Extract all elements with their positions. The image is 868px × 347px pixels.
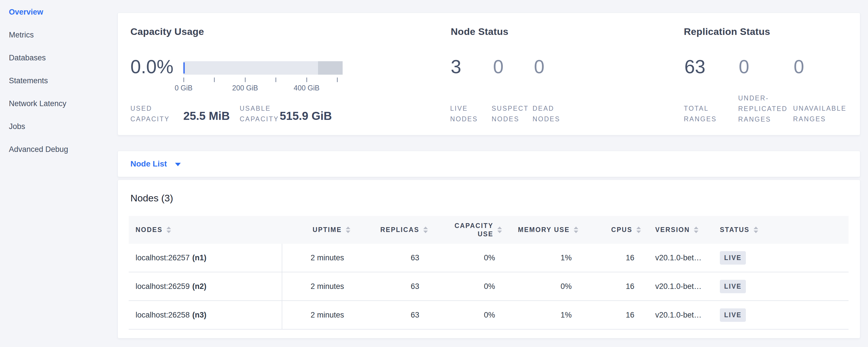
- status-badge: LIVE: [720, 280, 746, 293]
- column-header-capacity-use[interactable]: CAPACITY USE: [428, 216, 502, 244]
- column-header-label: STATUS: [720, 226, 750, 234]
- sidebar-item-metrics[interactable]: Metrics: [0, 24, 118, 46]
- node-list-dropdown[interactable]: Node List: [130, 159, 181, 168]
- sort-icon[interactable]: [574, 227, 578, 233]
- sort-icon[interactable]: [753, 227, 758, 233]
- sidebar-item-overview[interactable]: Overview: [0, 1, 118, 24]
- column-header-label: MEMORY USE: [518, 226, 570, 234]
- cpus-cell: 16: [578, 301, 641, 329]
- node-address-link[interactable]: localhost:26258: [135, 311, 190, 319]
- label-line: UNAVAILABLE: [793, 103, 846, 114]
- total-ranges-label: TOTAL RANGES: [684, 103, 717, 124]
- label-line: USABLE: [240, 103, 279, 114]
- column-header-label: NODES: [135, 226, 162, 234]
- label-line: LIVE: [450, 103, 478, 114]
- column-header-label: CPUS: [611, 226, 632, 234]
- capacity-usage-title: Capacity Usage: [130, 26, 204, 37]
- dead-nodes-label: DEAD NODES: [532, 103, 560, 124]
- label-line: UNDER-: [738, 93, 787, 103]
- main-content: Capacity Usage 0.0% 0 GiB 200 GiB 400 Gi…: [118, 0, 860, 339]
- sort-icon[interactable]: [166, 227, 171, 233]
- label-line: CAPACITY: [240, 114, 279, 124]
- column-header-status[interactable]: STATUS: [713, 216, 848, 244]
- status-cell: LIVE: [713, 244, 848, 272]
- column-header-nodes[interactable]: NODES: [129, 216, 282, 244]
- column-header-replicas[interactable]: REPLICAS: [350, 216, 428, 244]
- label-line: NODES: [492, 114, 529, 124]
- sort-icon[interactable]: [497, 227, 502, 233]
- capacity-usage-bar: [183, 61, 343, 75]
- live-nodes-count: 3: [451, 56, 461, 77]
- column-header-label: VERSION: [655, 226, 690, 234]
- column-header-label: UPTIME: [313, 226, 342, 234]
- node-address-link[interactable]: localhost:26259: [135, 282, 190, 291]
- label-line: DEAD: [532, 103, 560, 114]
- node-list-dropdown-label: Node List: [130, 159, 167, 168]
- label-line: NODES: [450, 114, 478, 124]
- status-badge: LIVE: [720, 251, 746, 264]
- memory-use-cell: 0%: [502, 272, 578, 301]
- chevron-down-icon: [175, 163, 181, 166]
- table-row[interactable]: localhost:26257 (n1) 2 minutes 63 0% 1% …: [129, 244, 848, 272]
- unavailable-ranges-count: 0: [794, 56, 804, 77]
- column-header-memory-use[interactable]: MEMORY USE: [502, 216, 578, 244]
- sidebar-item-statements[interactable]: Statements: [0, 69, 118, 92]
- sidebar-item-label: Metrics: [9, 31, 34, 39]
- node-status-title: Node Status: [451, 26, 508, 37]
- nodes-table-title: Nodes (3): [130, 192, 173, 204]
- sidebar-item-network-latency[interactable]: Network Latency: [0, 92, 118, 115]
- label-line: CAPACITY: [130, 114, 169, 124]
- column-header-cpus[interactable]: CPUS: [578, 216, 641, 244]
- status-badge: LIVE: [720, 308, 746, 322]
- label-line: RANGES: [684, 114, 717, 124]
- cpus-cell: 16: [578, 244, 641, 272]
- uptime-cell: 2 minutes: [282, 301, 350, 329]
- axis-tick-label: 400 GiB: [294, 84, 319, 92]
- axis-tick-mark: [183, 77, 184, 82]
- sidebar-item-label: Statements: [9, 76, 48, 85]
- label-line: NODES: [532, 114, 560, 124]
- label-line: TOTAL: [684, 103, 717, 114]
- capacity-used-percent: 0.0%: [130, 56, 173, 77]
- sort-icon[interactable]: [637, 227, 641, 233]
- nodes-table-header: NODES UPTIME REPLICAS CAPACITY USE MEMOR…: [129, 216, 848, 244]
- sidebar-nav: Overview Metrics Databases Statements Ne…: [0, 0, 118, 161]
- sort-icon[interactable]: [423, 227, 428, 233]
- axis-tick-mark: [275, 77, 276, 82]
- usable-capacity-label: USABLE CAPACITY: [240, 103, 279, 124]
- sidebar-item-databases[interactable]: Databases: [0, 46, 118, 69]
- status-cell: LIVE: [713, 301, 848, 329]
- column-header-version[interactable]: VERSION: [641, 216, 713, 244]
- capacity-bar-used-segment: [183, 62, 185, 73]
- replicas-cell: 63: [350, 244, 428, 272]
- memory-use-cell: 1%: [502, 244, 578, 272]
- sidebar-item-advanced-debug[interactable]: Advanced Debug: [0, 138, 118, 161]
- node-id: (n2): [192, 282, 207, 291]
- used-capacity-label: USED CAPACITY: [130, 103, 169, 124]
- axis-tick-label: 0 GiB: [175, 84, 193, 92]
- node-cell: localhost:26259 (n2): [129, 272, 282, 301]
- replicas-cell: 63: [350, 272, 428, 301]
- nodes-table: NODES UPTIME REPLICAS CAPACITY USE MEMOR…: [129, 216, 848, 329]
- node-address-link[interactable]: localhost:26257: [135, 253, 190, 262]
- sidebar-item-label: Overview: [9, 8, 43, 17]
- capacity-bar-reserved-segment: [318, 61, 343, 75]
- under-replicated-ranges-label: UNDER- REPLICATED RANGES: [738, 93, 787, 125]
- dead-nodes-count: 0: [534, 56, 545, 77]
- uptime-cell: 2 minutes: [282, 272, 350, 301]
- label-line: REPLICATED: [738, 103, 787, 114]
- sidebar-item-jobs[interactable]: Jobs: [0, 115, 118, 138]
- table-row[interactable]: localhost:26258 (n3) 2 minutes 63 0% 1% …: [129, 301, 848, 329]
- capacity-use-cell: 0%: [428, 301, 502, 329]
- sort-icon[interactable]: [346, 227, 350, 233]
- total-ranges-count: 63: [684, 56, 705, 77]
- sort-icon[interactable]: [694, 227, 699, 233]
- column-header-uptime[interactable]: UPTIME: [282, 216, 350, 244]
- suspect-nodes-count: 0: [493, 56, 504, 77]
- capacity-use-cell: 0%: [428, 244, 502, 272]
- label-line: SUSPECT: [492, 103, 529, 114]
- table-row[interactable]: localhost:26259 (n2) 2 minutes 63 0% 0% …: [129, 272, 848, 301]
- node-cell: localhost:26257 (n1): [129, 244, 282, 272]
- under-replicated-ranges-count: 0: [739, 56, 749, 77]
- used-capacity-value: 25.5 MiB: [183, 109, 230, 122]
